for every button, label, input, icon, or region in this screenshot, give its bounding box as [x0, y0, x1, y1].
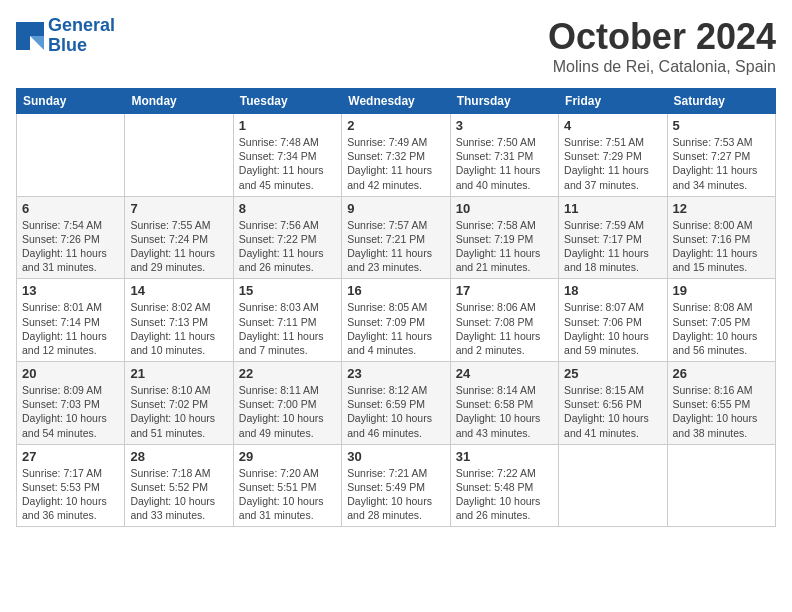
- calendar-cell: 10Sunrise: 7:58 AM Sunset: 7:19 PM Dayli…: [450, 196, 558, 279]
- day-info: Sunrise: 8:00 AM Sunset: 7:16 PM Dayligh…: [673, 218, 770, 275]
- calendar-cell: 11Sunrise: 7:59 AM Sunset: 7:17 PM Dayli…: [559, 196, 667, 279]
- day-number: 7: [130, 201, 227, 216]
- day-number: 30: [347, 449, 444, 464]
- day-info: Sunrise: 8:12 AM Sunset: 6:59 PM Dayligh…: [347, 383, 444, 440]
- calendar-cell: 5Sunrise: 7:53 AM Sunset: 7:27 PM Daylig…: [667, 114, 775, 197]
- calendar-cell: 18Sunrise: 8:07 AM Sunset: 7:06 PM Dayli…: [559, 279, 667, 362]
- day-number: 29: [239, 449, 336, 464]
- week-row-4: 20Sunrise: 8:09 AM Sunset: 7:03 PM Dayli…: [17, 362, 776, 445]
- day-info: Sunrise: 8:03 AM Sunset: 7:11 PM Dayligh…: [239, 300, 336, 357]
- weekday-header-monday: Monday: [125, 89, 233, 114]
- calendar-cell: 3Sunrise: 7:50 AM Sunset: 7:31 PM Daylig…: [450, 114, 558, 197]
- calendar-cell: 31Sunrise: 7:22 AM Sunset: 5:48 PM Dayli…: [450, 444, 558, 527]
- day-number: 11: [564, 201, 661, 216]
- calendar-cell: [559, 444, 667, 527]
- logo-icon: [16, 22, 44, 50]
- calendar-cell: 24Sunrise: 8:14 AM Sunset: 6:58 PM Dayli…: [450, 362, 558, 445]
- calendar-cell: 27Sunrise: 7:17 AM Sunset: 5:53 PM Dayli…: [17, 444, 125, 527]
- day-number: 24: [456, 366, 553, 381]
- day-info: Sunrise: 8:05 AM Sunset: 7:09 PM Dayligh…: [347, 300, 444, 357]
- day-info: Sunrise: 7:58 AM Sunset: 7:19 PM Dayligh…: [456, 218, 553, 275]
- day-number: 16: [347, 283, 444, 298]
- day-info: Sunrise: 8:10 AM Sunset: 7:02 PM Dayligh…: [130, 383, 227, 440]
- calendar-cell: 9Sunrise: 7:57 AM Sunset: 7:21 PM Daylig…: [342, 196, 450, 279]
- weekday-header-friday: Friday: [559, 89, 667, 114]
- title-block: October 2024 Molins de Rei, Catalonia, S…: [548, 16, 776, 76]
- calendar-cell: 23Sunrise: 8:12 AM Sunset: 6:59 PM Dayli…: [342, 362, 450, 445]
- calendar-cell: 25Sunrise: 8:15 AM Sunset: 6:56 PM Dayli…: [559, 362, 667, 445]
- calendar-cell: 8Sunrise: 7:56 AM Sunset: 7:22 PM Daylig…: [233, 196, 341, 279]
- location-subtitle: Molins de Rei, Catalonia, Spain: [548, 58, 776, 76]
- day-number: 8: [239, 201, 336, 216]
- calendar-cell: 7Sunrise: 7:55 AM Sunset: 7:24 PM Daylig…: [125, 196, 233, 279]
- calendar-cell: 13Sunrise: 8:01 AM Sunset: 7:14 PM Dayli…: [17, 279, 125, 362]
- weekday-header-sunday: Sunday: [17, 89, 125, 114]
- svg-rect-1: [30, 22, 44, 36]
- day-info: Sunrise: 8:11 AM Sunset: 7:00 PM Dayligh…: [239, 383, 336, 440]
- day-info: Sunrise: 7:53 AM Sunset: 7:27 PM Dayligh…: [673, 135, 770, 192]
- calendar-cell: [667, 444, 775, 527]
- calendar-cell: 1Sunrise: 7:48 AM Sunset: 7:34 PM Daylig…: [233, 114, 341, 197]
- day-info: Sunrise: 7:54 AM Sunset: 7:26 PM Dayligh…: [22, 218, 119, 275]
- day-number: 4: [564, 118, 661, 133]
- logo: General Blue: [16, 16, 115, 56]
- day-number: 20: [22, 366, 119, 381]
- week-row-1: 1Sunrise: 7:48 AM Sunset: 7:34 PM Daylig…: [17, 114, 776, 197]
- calendar-cell: 6Sunrise: 7:54 AM Sunset: 7:26 PM Daylig…: [17, 196, 125, 279]
- day-number: 1: [239, 118, 336, 133]
- day-number: 15: [239, 283, 336, 298]
- day-info: Sunrise: 8:07 AM Sunset: 7:06 PM Dayligh…: [564, 300, 661, 357]
- weekday-header-saturday: Saturday: [667, 89, 775, 114]
- calendar-cell: 15Sunrise: 8:03 AM Sunset: 7:11 PM Dayli…: [233, 279, 341, 362]
- day-info: Sunrise: 7:55 AM Sunset: 7:24 PM Dayligh…: [130, 218, 227, 275]
- day-info: Sunrise: 8:01 AM Sunset: 7:14 PM Dayligh…: [22, 300, 119, 357]
- day-number: 12: [673, 201, 770, 216]
- calendar-cell: 19Sunrise: 8:08 AM Sunset: 7:05 PM Dayli…: [667, 279, 775, 362]
- svg-marker-3: [30, 36, 44, 50]
- day-number: 17: [456, 283, 553, 298]
- day-info: Sunrise: 7:17 AM Sunset: 5:53 PM Dayligh…: [22, 466, 119, 523]
- day-info: Sunrise: 7:56 AM Sunset: 7:22 PM Dayligh…: [239, 218, 336, 275]
- calendar-cell: 20Sunrise: 8:09 AM Sunset: 7:03 PM Dayli…: [17, 362, 125, 445]
- day-info: Sunrise: 7:51 AM Sunset: 7:29 PM Dayligh…: [564, 135, 661, 192]
- calendar-cell: 30Sunrise: 7:21 AM Sunset: 5:49 PM Dayli…: [342, 444, 450, 527]
- svg-rect-2: [16, 36, 30, 50]
- day-number: 25: [564, 366, 661, 381]
- day-number: 9: [347, 201, 444, 216]
- week-row-5: 27Sunrise: 7:17 AM Sunset: 5:53 PM Dayli…: [17, 444, 776, 527]
- day-number: 18: [564, 283, 661, 298]
- day-number: 5: [673, 118, 770, 133]
- day-number: 10: [456, 201, 553, 216]
- day-info: Sunrise: 7:21 AM Sunset: 5:49 PM Dayligh…: [347, 466, 444, 523]
- calendar-cell: 28Sunrise: 7:18 AM Sunset: 5:52 PM Dayli…: [125, 444, 233, 527]
- weekday-header-row: SundayMondayTuesdayWednesdayThursdayFrid…: [17, 89, 776, 114]
- day-info: Sunrise: 7:20 AM Sunset: 5:51 PM Dayligh…: [239, 466, 336, 523]
- weekday-header-tuesday: Tuesday: [233, 89, 341, 114]
- calendar-table: SundayMondayTuesdayWednesdayThursdayFrid…: [16, 88, 776, 527]
- weekday-header-thursday: Thursday: [450, 89, 558, 114]
- week-row-2: 6Sunrise: 7:54 AM Sunset: 7:26 PM Daylig…: [17, 196, 776, 279]
- logo-line2: Blue: [48, 35, 87, 55]
- calendar-cell: [17, 114, 125, 197]
- day-info: Sunrise: 7:57 AM Sunset: 7:21 PM Dayligh…: [347, 218, 444, 275]
- day-number: 21: [130, 366, 227, 381]
- page-header: General Blue October 2024 Molins de Rei,…: [16, 16, 776, 76]
- month-title: October 2024: [548, 16, 776, 58]
- calendar-cell: 12Sunrise: 8:00 AM Sunset: 7:16 PM Dayli…: [667, 196, 775, 279]
- day-number: 31: [456, 449, 553, 464]
- day-number: 27: [22, 449, 119, 464]
- svg-rect-0: [16, 22, 30, 36]
- day-number: 14: [130, 283, 227, 298]
- calendar-cell: 14Sunrise: 8:02 AM Sunset: 7:13 PM Dayli…: [125, 279, 233, 362]
- calendar-cell: 26Sunrise: 8:16 AM Sunset: 6:55 PM Dayli…: [667, 362, 775, 445]
- day-info: Sunrise: 7:48 AM Sunset: 7:34 PM Dayligh…: [239, 135, 336, 192]
- day-info: Sunrise: 8:15 AM Sunset: 6:56 PM Dayligh…: [564, 383, 661, 440]
- week-row-3: 13Sunrise: 8:01 AM Sunset: 7:14 PM Dayli…: [17, 279, 776, 362]
- day-number: 6: [22, 201, 119, 216]
- day-number: 2: [347, 118, 444, 133]
- day-number: 23: [347, 366, 444, 381]
- day-info: Sunrise: 7:22 AM Sunset: 5:48 PM Dayligh…: [456, 466, 553, 523]
- day-info: Sunrise: 8:06 AM Sunset: 7:08 PM Dayligh…: [456, 300, 553, 357]
- day-info: Sunrise: 8:14 AM Sunset: 6:58 PM Dayligh…: [456, 383, 553, 440]
- day-number: 28: [130, 449, 227, 464]
